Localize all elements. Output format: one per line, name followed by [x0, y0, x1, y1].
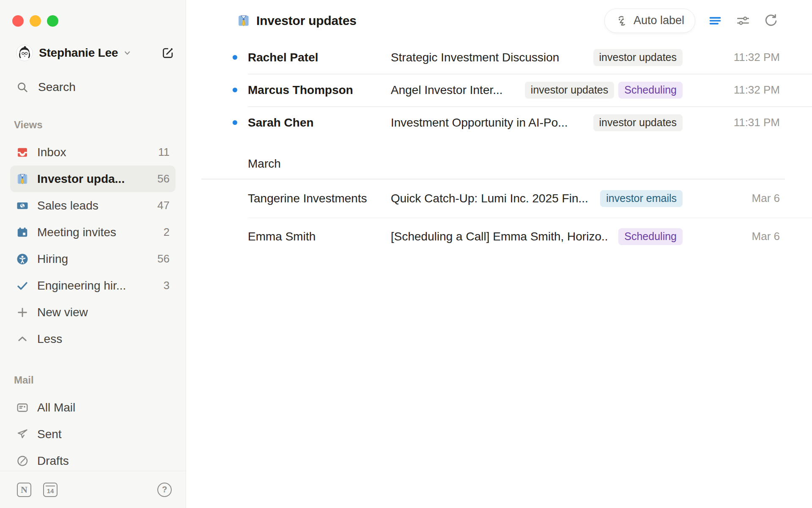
sidebar-item-label: Inbox [37, 146, 66, 159]
sidebar-item-label: Hiring [37, 252, 68, 266]
sidebar-item-inbox[interactable]: Inbox 11 [10, 139, 176, 166]
user-name: Stephanie Lee [39, 46, 118, 60]
tag-investor-updates[interactable]: investor updates [593, 114, 683, 131]
refresh-icon[interactable] [763, 13, 779, 29]
sidebar-item-meeting-invites[interactable]: Meeting invites 2 [10, 219, 176, 246]
email-tags: Scheduling [608, 228, 683, 245]
email-row-marcus-thompson[interactable]: Marcus Thompson Angel Investor Inter... … [186, 74, 812, 106]
window-controls [10, 0, 176, 27]
new-view-button[interactable]: New view [10, 299, 176, 326]
email-subject: Angel Investor Inter... [391, 83, 503, 97]
pencil-circle-icon [16, 455, 29, 467]
sidebar-item-label: Sent [37, 428, 62, 441]
app-window: Stephanie Lee Search Views [0, 0, 812, 508]
email-time: 11:31 PM [683, 116, 780, 129]
sidebar-item-label: Drafts [37, 454, 69, 468]
new-view-label: New view [37, 306, 88, 319]
email-time: Mar 6 [683, 230, 780, 243]
sidebar-item-sent[interactable]: Sent [10, 421, 176, 447]
help-button[interactable]: ? [157, 483, 172, 497]
paper-plane-icon [16, 428, 29, 441]
email-tags: investor emails [590, 190, 683, 207]
compose-button[interactable] [161, 46, 175, 60]
unread-dot [233, 88, 237, 92]
email-row-tangerine-investments[interactable]: Tangerine Investments Quick Catch-Up: Lu… [186, 179, 812, 218]
calendar-icon [16, 226, 29, 239]
unread-dot [233, 55, 237, 60]
main-panel: Investor updates Auto label [186, 0, 812, 508]
inbox-tray-icon [16, 146, 29, 159]
search-icon [16, 81, 29, 94]
zoom-window-button[interactable] [47, 15, 58, 27]
view-title-group: Investor updates [237, 14, 357, 28]
unread-indicator [186, 88, 248, 92]
sidebar-item-all-mail[interactable]: All Mail [10, 394, 176, 421]
sidebar-item-hiring[interactable]: Hiring 56 [10, 246, 176, 272]
email-sender: Sarah Chen [248, 116, 391, 130]
checkmark-icon [16, 279, 29, 292]
email-tags: investor updates Scheduling [515, 82, 683, 99]
auto-label-button[interactable]: Auto label [604, 8, 695, 33]
minimize-window-button[interactable] [30, 15, 41, 27]
sidebar-item-count: 47 [157, 199, 170, 212]
email-tags: investor updates [583, 49, 683, 66]
views-list: Inbox 11 Investor upda... 56 [10, 139, 176, 352]
person-circle-icon [16, 253, 29, 265]
notion-logo-glyph: N [21, 484, 27, 495]
email-row-sarah-chen[interactable]: Sarah Chen Investment Opportunity in AI-… [186, 106, 812, 139]
mail-list: All Mail Sent Drafts [10, 394, 176, 474]
email-row-emma-smith[interactable]: Emma Smith [Scheduling a Call] Emma Smit… [186, 218, 812, 256]
header-controls: Auto label [604, 8, 779, 33]
auto-label-icon [615, 14, 628, 27]
sidebar-item-label: Meeting invites [37, 226, 116, 239]
email-sender: Tangerine Investments [248, 192, 391, 205]
email-time: Mar 6 [683, 192, 780, 205]
chevron-up-icon [16, 333, 29, 345]
filter-icon[interactable] [707, 13, 723, 29]
close-window-button[interactable] [12, 15, 24, 27]
notion-calendar-icon[interactable]: 14 [43, 483, 58, 497]
unread-indicator [186, 55, 248, 60]
calendar-glyph: 14 [47, 487, 54, 494]
less-label: Less [37, 332, 62, 346]
tag-scheduling[interactable]: Scheduling [618, 228, 683, 245]
email-sender: Marcus Thompson [248, 83, 391, 97]
email-subject: Investment Opportunity in AI-Po... [391, 116, 568, 130]
view-header: Investor updates Auto label [186, 0, 812, 41]
search-label: Search [38, 80, 76, 94]
tag-investor-updates[interactable]: investor updates [593, 49, 683, 66]
sidebar-item-engineering-hiring[interactable]: Engineering hir... 3 [10, 272, 176, 299]
less-button[interactable]: Less [10, 326, 176, 352]
sidebar-item-label: Investor upda... [37, 172, 125, 186]
banknote-icon [16, 199, 29, 212]
sidebar-item-count: 56 [157, 172, 170, 185]
sliders-icon[interactable] [735, 13, 751, 29]
notion-logo-icon[interactable]: N [17, 483, 31, 497]
tag-scheduling[interactable]: Scheduling [618, 82, 683, 99]
sidebar-item-drafts[interactable]: Drafts [10, 447, 176, 474]
unread-indicator [186, 120, 248, 125]
sidebar-item-label: All Mail [37, 401, 75, 414]
views-section-label: Views [14, 119, 176, 131]
tag-investor-emails[interactable]: investor emails [600, 190, 683, 207]
search-button[interactable]: Search [10, 78, 176, 97]
sidebar-item-investor-updates[interactable]: Investor upda... 56 [10, 166, 176, 192]
sidebar-item-sales-leads[interactable]: Sales leads 47 [10, 192, 176, 219]
email-row-rachel-patel[interactable]: Rachel Patel Strategic Investment Discus… [186, 41, 812, 74]
tag-investor-updates[interactable]: investor updates [525, 82, 614, 99]
mail-icon [16, 401, 29, 414]
avatar [16, 44, 33, 61]
email-time: 11:32 PM [683, 83, 780, 97]
email-sender: Rachel Patel [248, 51, 391, 64]
help-glyph: ? [162, 485, 167, 494]
mail-section-label: Mail [14, 374, 176, 386]
email-time: 11:32 PM [683, 51, 780, 64]
sidebar: Stephanie Lee Search Views [0, 0, 186, 508]
sidebar-item-label: Engineering hir... [37, 279, 126, 293]
sidebar-item-count: 3 [164, 279, 170, 292]
email-subject: [Scheduling a Call] Emma Smith, Horizo..… [391, 230, 608, 243]
unread-dot [233, 120, 237, 125]
email-subject: Quick Catch-Up: Lumi Inc. 2025 Fin... [391, 192, 588, 205]
auto-label-label: Auto label [634, 14, 684, 27]
account-switcher[interactable]: Stephanie Lee [10, 42, 176, 64]
